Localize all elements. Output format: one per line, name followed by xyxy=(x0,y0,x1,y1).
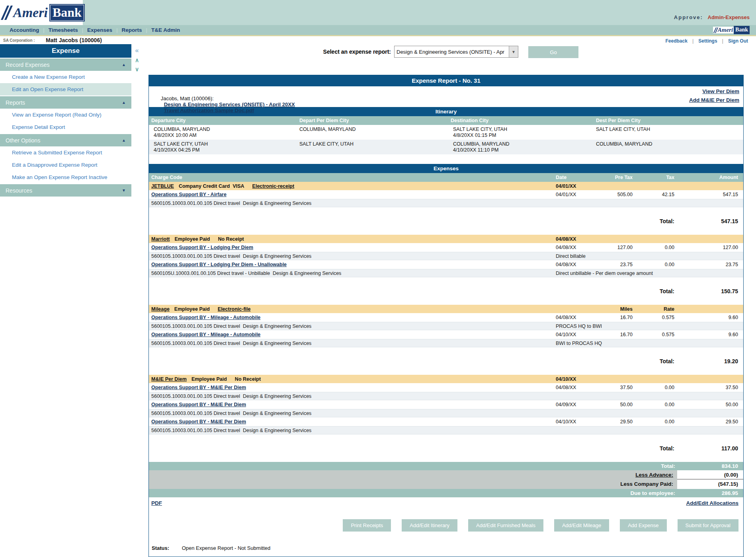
destination-time: 4/10/20XX 11:10 PM xyxy=(451,147,594,153)
charge-code-row: 5600105.10003.001.00.105 Direct travel D… xyxy=(149,252,743,260)
report-name-link[interactable]: Design & Engineering Services (ONSITE) -… xyxy=(164,101,295,107)
nav-separator: | xyxy=(43,27,44,33)
nav-item-t-e-admin[interactable]: T&E Admin xyxy=(151,27,180,33)
expense-report-select[interactable]: Design & Engineering Services (ONSITE) -… xyxy=(394,46,518,58)
col-date: Date xyxy=(553,175,596,180)
less-company-paid-value: (547.15) xyxy=(677,479,743,489)
expense-group-header-mileage: MileageEmployee PaidElectronic-fileMiles… xyxy=(149,305,743,313)
pdf-link[interactable]: PDF xyxy=(151,500,162,506)
expense-desc-link[interactable]: Operations Support BY - M&IE Per Diem xyxy=(151,385,246,390)
receipt-link[interactable]: Electronic-file xyxy=(218,306,251,312)
nav-item-timesheets[interactable]: Timesheets xyxy=(49,27,78,33)
expense-desc-cell: Operations Support BY - Mileage - Automo… xyxy=(149,332,553,337)
mini-brand-left: Ameri xyxy=(718,27,733,33)
sidebar-section-reports[interactable]: Reports▲ xyxy=(0,95,131,109)
view-per-diem-link[interactable]: View Per Diem xyxy=(702,88,739,94)
payment-method-label: Employee Paid xyxy=(175,236,210,242)
group-total-row: Total:150.75 xyxy=(149,287,743,295)
sidebar-item-expense-detail-export[interactable]: Expense Detail Export xyxy=(0,121,131,133)
sidebar-section-label: Reports xyxy=(6,99,25,106)
expense-desc-link[interactable]: Operations Support BY - Airfare xyxy=(151,192,227,197)
expense-desc-link[interactable]: Operations Support BY - M&IE Per Diem xyxy=(151,402,246,407)
sidebar-item-create-a-new-expense-report[interactable]: Create a New Expense Report xyxy=(0,71,131,83)
button-print-receipts[interactable]: Print Receipts xyxy=(343,519,391,532)
button-submit-for-approval[interactable]: Submit for Approval xyxy=(678,519,738,532)
mini-logo: Ameri Bank xyxy=(713,26,750,34)
report-picker-label: Select an expense report: xyxy=(303,49,391,55)
expense-amount: 23.75 xyxy=(678,262,743,267)
add-edit-allocations-link[interactable]: Add/Edit Allocations xyxy=(686,500,739,506)
company-label: SA Corporation : xyxy=(3,38,35,43)
group-date: 04/01/XX xyxy=(553,183,596,189)
grand-total-value: 834.10 xyxy=(675,463,743,469)
expense-row: Operations Support BY - Airfare04/01/XX5… xyxy=(149,190,743,199)
attachment-link[interactable]: Travel Authorization Sample Doc.pdf xyxy=(164,107,254,113)
sidebar-item-retrieve-a-submitted-expense-report[interactable]: Retrieve a Submitted Expense Report xyxy=(0,146,131,159)
expense-desc-link[interactable]: Operations Support BY - Mileage - Automo… xyxy=(151,332,260,337)
select-dropdown-icon[interactable]: ▼ xyxy=(509,46,518,57)
button-add-edit-furnished-meals[interactable]: Add/Edit Furnished Meals xyxy=(468,519,543,532)
button-add-expense[interactable]: Add Expense xyxy=(620,519,666,532)
sidebar-item-view-an-expense-report-read-only[interactable]: View an Expense Report (Read Only) xyxy=(0,109,131,121)
expense-row: Operations Support BY - Mileage - Automo… xyxy=(149,313,743,322)
expense-desc-cell: Operations Support BY - Mileage - Automo… xyxy=(149,315,553,320)
expense-desc-cell: Operations Support BY - Lodging Per Diem xyxy=(149,245,553,250)
group-header-text: MileageEmployee PaidElectronic-file xyxy=(149,306,553,312)
sidebar-section-other-options[interactable]: Other Options▲ xyxy=(0,133,131,146)
expense-desc-link[interactable]: Operations Support BY - Lodging Per Diem… xyxy=(151,262,287,267)
expense-desc-link[interactable]: Operations Support BY - M&IE Per Diem xyxy=(151,419,246,425)
expense-desc-cell: Operations Support BY - Airfare xyxy=(149,192,553,197)
user-bar: SA Corporation : Matt Jacobs (100006) Fe… xyxy=(0,36,756,45)
nav-item-reports[interactable]: Reports xyxy=(122,27,142,33)
nav-item-expenses[interactable]: Expenses xyxy=(87,27,112,33)
expand-section-icon[interactable]: ▼ xyxy=(122,188,126,193)
user-link-sign-out[interactable]: Sign Out xyxy=(728,38,748,44)
expense-amount: 127.00 xyxy=(678,245,743,250)
expense-tax: 0.00 xyxy=(636,245,678,250)
expense-desc-cell: Operations Support BY - Lodging Per Diem… xyxy=(149,262,553,267)
user-link-feedback[interactable]: Feedback xyxy=(666,38,688,44)
button-add-edit-itinerary[interactable]: Add/Edit Itinerary xyxy=(402,519,457,532)
vendor-link-jetblue[interactable]: JETBLUE xyxy=(151,183,174,189)
expense-amount: 37.50 xyxy=(678,385,743,390)
vendor-link-mileage[interactable]: Mileage xyxy=(151,306,170,312)
col-pre-tax: Pre Tax xyxy=(596,175,636,180)
collapse-section-icon[interactable]: ▲ xyxy=(122,138,126,142)
scroll-down-icon[interactable]: ∨ xyxy=(132,65,142,74)
button-add-edit-mileage[interactable]: Add/Edit Mileage xyxy=(554,519,609,532)
sidebar-section-record-expenses[interactable]: Record Expenses▲ xyxy=(0,58,131,71)
vendor-link-m-ie-per-diem[interactable]: M&IE Per Diem xyxy=(151,376,187,382)
expense-pre-tax: 37.50 xyxy=(596,385,636,390)
nav-item-accounting[interactable]: Accounting xyxy=(10,27,39,33)
user-links: Feedback|Settings|Sign Out xyxy=(666,38,748,44)
scroll-up-icon[interactable]: ∧ xyxy=(132,56,142,65)
approve-role-value[interactable]: Admin-Expenses xyxy=(708,14,750,20)
status-label: Status: xyxy=(152,545,169,551)
collapse-section-icon[interactable]: ▲ xyxy=(122,62,126,67)
payment-method-label: Employee Paid xyxy=(174,306,210,312)
collapse-sidebar-icon[interactable]: « xyxy=(132,45,142,56)
sidebar-item-edit-a-disapproved-expense-report[interactable]: Edit a Disapproved Expense Report xyxy=(0,159,131,171)
add-mie-per-diem-link[interactable]: Add M&IE Per Diem xyxy=(689,97,739,103)
charge-code-row: 5600105.10003.001.00.105 Direct travel D… xyxy=(149,426,743,434)
expense-row: Operations Support BY - Mileage - Automo… xyxy=(149,330,743,339)
vendor-link-marriott[interactable]: Marriott xyxy=(151,236,170,242)
less-advance-link[interactable]: Less Advance: xyxy=(635,472,673,478)
sidebar-section-resources[interactable]: Resources▼ xyxy=(0,183,131,197)
group-header-text: M&IE Per DiemEmployee PaidNo Receipt xyxy=(149,376,553,382)
expense-desc-link[interactable]: Operations Support BY - Lodging Per Diem xyxy=(151,245,253,250)
expense-date: 04/08/XX xyxy=(553,245,596,250)
sidebar-item-make-an-open-expense-report-inactive[interactable]: Make an Open Expense Report Inactive xyxy=(0,171,131,183)
collapse-section-icon[interactable]: ▲ xyxy=(122,100,126,105)
group-total-value: 150.75 xyxy=(674,288,743,294)
status-value: Open Expense Report - Not Submitted xyxy=(182,545,271,551)
expense-report-panel: Expense Report - No. 31 Jacobs, Matt (10… xyxy=(148,75,744,557)
departure-city: COLUMBIA, MARYLAND xyxy=(151,127,297,132)
go-button[interactable]: Go xyxy=(528,46,578,58)
main-nav: Accounting|Timesheets|Expenses|Reports|T… xyxy=(0,25,756,35)
expense-desc-link[interactable]: Operations Support BY - Mileage - Automo… xyxy=(151,315,260,320)
depart-per-diem-city: COLUMBIA, MARYLAND xyxy=(297,127,448,139)
receipt-link[interactable]: Electronic-receipt xyxy=(252,183,295,189)
sidebar-item-edit-an-open-expense-report[interactable]: Edit an Open Expense Report xyxy=(0,83,131,95)
user-link-settings[interactable]: Settings xyxy=(698,38,717,44)
